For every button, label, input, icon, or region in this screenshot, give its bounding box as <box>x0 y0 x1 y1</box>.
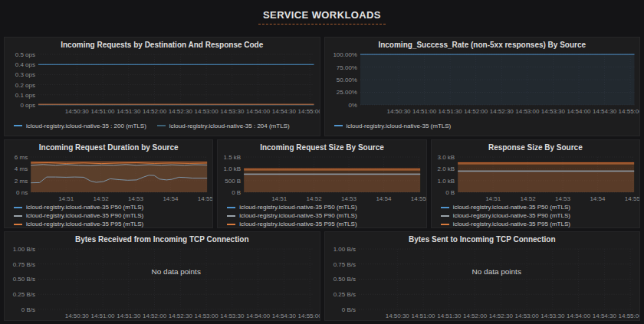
x-tick-label: 14:52:30 <box>489 108 514 115</box>
panel-title[interactable]: Response Size By Source <box>432 140 639 154</box>
x-tick-label: 14:52 <box>94 195 110 202</box>
chart-response-size[interactable]: 3.0 kB2.0 kB1.0 kB0 B14:5114:5214:5314:5… <box>432 154 639 203</box>
legend-item[interactable]: icloud-registry.icloud-native-35 P50 (mT… <box>441 203 639 211</box>
panel-bytes-received: Bytes Received from Incoming TCP Connect… <box>4 231 320 321</box>
legend-label: icloud-registry.icloud-native-35 P90 (mT… <box>239 212 356 219</box>
x-tick-label: 14:50:30 <box>65 108 90 115</box>
y-tick-label: 4 ms <box>15 165 28 172</box>
legend-swatch <box>441 215 449 217</box>
panel-title[interactable]: Incoming_Success_Rate (non-5xx responses… <box>325 38 640 51</box>
legend-item[interactable]: icloud-registry.icloud-native-35 P95 (mT… <box>227 220 426 228</box>
x-tick-label: 14:51 <box>58 195 74 202</box>
panel-title[interactable]: Bytes Received from Incoming TCP Connect… <box>5 232 320 246</box>
no-data-text: No data points <box>152 267 201 276</box>
x-tick-label: 14:51:30 <box>438 108 462 115</box>
legend-item[interactable]: icloud-registry.icloud-native-35 P90 (mT… <box>227 211 426 220</box>
legend-swatch <box>227 224 235 225</box>
series-fill <box>458 162 634 192</box>
y-tick-label: 1.00 B/s <box>333 246 355 253</box>
row-middle: Incoming Request Duration by Source 6 ms… <box>0 139 644 228</box>
chart-request-duration[interactable]: 6 ms4 ms2 ms0 ns14:5114:5214:5314:5414:5… <box>5 154 212 203</box>
legend-label: icloud-registry.icloud-native-35 P50 (mT… <box>453 204 570 211</box>
legend-item[interactable]: icloud-registry.icloud-native-35 P50 (mT… <box>227 203 426 211</box>
x-tick-label: 14:53:00 <box>195 108 219 115</box>
x-tick-label: 14:51:30 <box>437 313 462 319</box>
legend-item[interactable]: icloud-registry.icloud-native-35 P95 (mT… <box>14 220 212 228</box>
y-tick-label: 0.25 B/s <box>333 291 355 298</box>
chart-bytes-received[interactable]: 1.00 B/s0.75 B/s0.50 B/s0.25 B/s0 B/s14:… <box>5 246 320 320</box>
chart-bytes-sent[interactable]: 1.00 B/s0.75 B/s0.50 B/s0.25 B/s0 B/s14:… <box>325 246 640 320</box>
legend-item[interactable]: icloud-registry.icloud-native-35 P90 (mT… <box>441 211 639 220</box>
y-tick-label: 2.0 kB <box>437 165 455 172</box>
legend-swatch <box>14 207 22 208</box>
y-tick-label: 0.75 B/s <box>13 261 35 268</box>
chart-request-size[interactable]: 1.5 kB1.0 kB500 B0 B14:5114:5214:5314:54… <box>218 154 426 203</box>
x-tick-label: 14:54 <box>376 195 393 202</box>
legend-label: icloud-registry.icloud-native-35 : 200 (… <box>26 123 146 129</box>
y-tick-label: 25.00% <box>336 89 356 96</box>
x-tick-label: 14:51:00 <box>412 108 437 115</box>
x-tick-label: 14:51:30 <box>117 108 141 115</box>
y-tick-label: 0 B/s <box>341 306 355 313</box>
y-tick-label: 1.0 kB <box>224 165 242 172</box>
x-tick-label: 14:50:30 <box>65 313 90 319</box>
x-tick-label: 14:54:30 <box>592 313 616 319</box>
x-tick-label: 14:54:30 <box>593 108 617 115</box>
legend-label: icloud-registry.icloud-native-35 P90 (mT… <box>26 212 143 219</box>
legend-item[interactable]: icloud-registry.icloud-native-35 P50 (mT… <box>14 203 212 211</box>
x-tick-label: 14:54:00 <box>246 313 271 319</box>
panel-title[interactable]: Bytes Sent to Incoming TCP Connection <box>325 232 640 246</box>
x-tick-label: 14:53:30 <box>540 108 565 115</box>
legend-label: icloud-registry.icloud-native-35 P95 (mT… <box>239 221 356 227</box>
legend-label: icloud-registry.icloud-native-35 P95 (mT… <box>26 221 143 227</box>
x-tick-label: 14:55:00 <box>298 313 320 319</box>
y-tick-label: 0 B/s <box>21 306 35 313</box>
y-tick-label: 0 B <box>445 189 455 196</box>
y-tick-label: 1.00 B/s <box>13 246 35 253</box>
y-tick-label: 3.0 kB <box>437 154 455 161</box>
panel-title[interactable]: Incoming Requests by Destination And Res… <box>5 38 320 51</box>
y-tick-label: 0 ns <box>16 189 28 196</box>
x-tick-label: 14:51:30 <box>117 313 141 319</box>
legend-item[interactable]: icloud-registry.icloud-native-35 : 200 (… <box>14 122 146 130</box>
legend-item[interactable]: icloud-registry.icloud-native-35 (mTLS) <box>334 122 452 130</box>
legend-label: icloud-registry.icloud-native-35 (mTLS) <box>347 123 452 129</box>
x-tick-label: 14:53 <box>555 195 571 202</box>
y-tick-label: 75.00% <box>336 64 356 71</box>
panel-incoming-requests: Incoming Requests by Destination And Res… <box>4 37 320 136</box>
legend-swatch <box>441 207 449 208</box>
y-tick-label: 100.00% <box>333 51 357 58</box>
panel-title[interactable]: Incoming Request Duration by Source <box>5 140 212 154</box>
y-tick-label: 500 B <box>225 178 242 185</box>
x-tick-label: 14:52:00 <box>143 313 167 319</box>
x-tick-label: 14:50:30 <box>386 108 411 115</box>
x-tick-label: 14:54 <box>163 195 179 202</box>
x-tick-label: 14:52 <box>520 195 536 202</box>
legend-item[interactable]: icloud-registry.icloud-native-35 P95 (mT… <box>441 220 639 228</box>
y-tick-label: 0.50 B/s <box>13 277 35 283</box>
y-tick-label: 0 B <box>232 189 241 196</box>
legend: icloud-registry.icloud-native-35 P50 (mT… <box>5 203 212 228</box>
x-tick-label: 14:52:00 <box>463 313 488 319</box>
x-tick-label: 14:52:30 <box>169 313 193 319</box>
legend-swatch <box>227 207 235 208</box>
series-line <box>31 163 207 164</box>
chart-success-rate[interactable]: 100.00%75.00%50.00%25.00%0%14:50:3014:51… <box>325 51 640 116</box>
no-data-text: No data points <box>472 267 521 276</box>
x-tick-label: 14:53:00 <box>514 313 539 319</box>
x-tick-label: 14:52:30 <box>169 108 193 115</box>
legend-item[interactable]: icloud-registry.icloud-native-35 P90 (mT… <box>14 211 212 220</box>
x-tick-label: 14:55 <box>411 195 426 202</box>
panel-title[interactable]: Incoming Request Size By Source <box>218 140 426 154</box>
chart-incoming-requests[interactable]: 0.5 ops0.4 ops0.3 ops0.2 ops0.1 ops0 ops… <box>5 51 320 116</box>
y-tick-label: 0.4 ops <box>15 61 35 68</box>
x-tick-label: 14:53:00 <box>195 313 219 319</box>
legend: icloud-registry.icloud-native-35 P50 (mT… <box>432 203 639 228</box>
x-tick-label: 14:52:30 <box>488 313 513 319</box>
panel-request-size: Incoming Request Size By Source 1.5 kB1.… <box>217 139 426 228</box>
x-tick-label: 14:53:00 <box>515 108 540 115</box>
legend-item[interactable]: icloud-registry.icloud-native-35 : 204 (… <box>157 122 290 130</box>
y-tick-label: 0.25 B/s <box>13 291 35 298</box>
panel-response-size: Response Size By Source 3.0 kB2.0 kB1.0 … <box>431 139 640 228</box>
series-fill <box>244 169 420 192</box>
